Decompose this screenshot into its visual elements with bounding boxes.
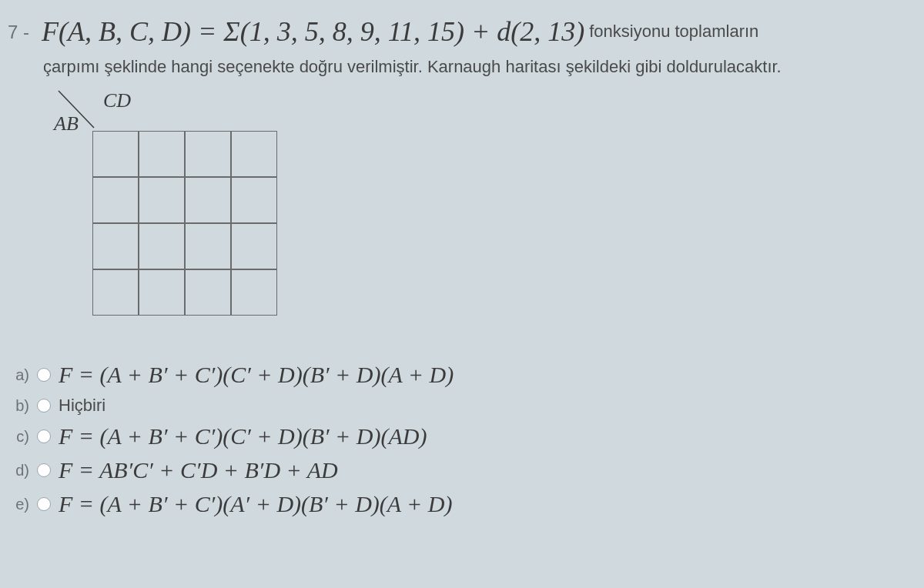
option-d[interactable]: d) F = AB′C′ + C′D + B′D + AD [12,457,910,483]
question-page: 7 - F(A, B, C, D) = Σ(1, 3, 5, 8, 9, 11,… [0,0,924,588]
option-a-text: F = (A + B′ + C′)(C′ + D)(B′ + D)(A + D) [59,362,454,388]
option-c[interactable]: c) F = (A + B′ + C′)(C′ + D)(B′ + D)(AD) [12,423,910,449]
radio-icon[interactable] [37,429,51,443]
radio-icon[interactable] [37,368,51,382]
kmap-cell [231,223,277,269]
kmap-cell [231,269,277,316]
question-number: 7 - [8,22,29,43]
option-e-text: F = (A + B′ + C′)(A′ + D)(B′ + D)(A + D) [59,491,453,517]
kmap-cell [185,223,231,269]
option-letter: d) [12,462,29,479]
option-b-text: Hiçbiri [59,396,105,416]
kmap-cell [185,177,231,223]
kmap-cell [139,177,185,223]
option-letter: a) [12,366,29,384]
function-tail-text: fonksiyonu toplamların [589,22,758,42]
karnaugh-map: CD AB [57,91,288,337]
kmap-cell [231,131,277,177]
function-formula: F(A, B, C, D) = Σ(1, 3, 5, 8, 9, 11, 15)… [42,15,584,48]
kmap-cell [185,131,231,177]
function-definition-line: F(A, B, C, D) = Σ(1, 3, 5, 8, 9, 11, 15)… [42,15,910,48]
kmap-cell [139,223,185,269]
kmap-cell [92,177,139,223]
kmap-cell [139,269,185,316]
options-list: a) F = (A + B′ + C′)(C′ + D)(B′ + D)(A +… [12,362,910,517]
option-e[interactable]: e) F = (A + B′ + C′)(A′ + D)(B′ + D)(A +… [12,491,910,517]
kmap-cell [139,131,185,177]
kmap-cell [185,269,231,316]
question-subtitle: çarpımı şeklinde hangi seçenekte doğru v… [43,57,910,77]
option-c-text: F = (A + B′ + C′)(C′ + D)(B′ + D)(AD) [59,423,427,449]
kmap-cell [231,177,277,223]
option-a[interactable]: a) F = (A + B′ + C′)(C′ + D)(B′ + D)(A +… [12,362,910,388]
kmap-grid [92,131,277,316]
option-letter: c) [12,428,29,446]
kmap-rows-label: AB [54,112,79,135]
radio-icon[interactable] [37,399,51,413]
kmap-cell [92,131,139,177]
radio-icon[interactable] [37,497,51,511]
option-letter: b) [12,397,29,415]
kmap-cell [92,223,139,269]
option-letter: e) [12,496,29,513]
kmap-columns-label: CD [103,89,131,112]
option-d-text: F = AB′C′ + C′D + B′D + AD [59,457,338,483]
radio-icon[interactable] [37,463,51,477]
kmap-cell [92,269,139,316]
option-b[interactable]: b) Hiçbiri [12,396,910,416]
